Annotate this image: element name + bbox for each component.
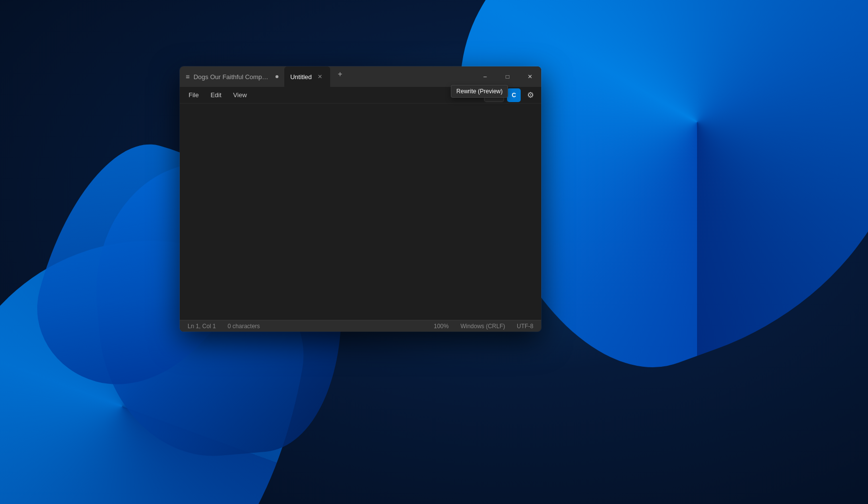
tab-dogs[interactable]: ≡ Dogs Our Faithful Companions <box>180 66 284 87</box>
menu-bar: File Edit View ✦ ˅ C ⚙ Rewrite (Preview) <box>180 87 541 104</box>
zoom-level[interactable]: 100% <box>434 323 449 330</box>
tabs-area: ≡ Dogs Our Faithful Companions Untitled … <box>180 66 474 87</box>
plus-icon: + <box>338 70 342 79</box>
menu-edit[interactable]: Edit <box>206 89 226 101</box>
tab-unsaved-dot <box>275 75 278 78</box>
minimize-icon: – <box>484 73 487 80</box>
editor-area[interactable] <box>180 104 541 320</box>
title-bar: ≡ Dogs Our Faithful Companions Untitled … <box>180 66 541 87</box>
close-icon: ✕ <box>528 73 532 80</box>
status-bar: Ln 1, Col 1 0 characters 100% Windows (C… <box>180 320 541 332</box>
menu-view[interactable]: View <box>228 89 252 101</box>
maximize-button[interactable]: □ <box>496 66 519 87</box>
tab-untitled-label: Untitled <box>290 73 312 81</box>
minimize-button[interactable]: – <box>474 66 496 87</box>
copilot-icon: C <box>512 92 516 99</box>
new-tab-button[interactable]: + <box>332 66 348 82</box>
maximize-icon: □ <box>506 73 509 80</box>
close-button[interactable]: ✕ <box>519 66 541 87</box>
settings-button[interactable]: ⚙ <box>524 88 537 102</box>
window-controls: – □ ✕ <box>474 66 541 87</box>
tab-close-button[interactable]: ✕ <box>316 72 324 81</box>
status-right: 100% Windows (CRLF) UTF-8 <box>434 323 533 330</box>
tooltip-text: Rewrite (Preview) <box>456 88 503 95</box>
menu-file[interactable]: File <box>184 89 204 101</box>
rewrite-tooltip: Rewrite (Preview) <box>451 85 508 98</box>
encoding[interactable]: UTF-8 <box>517 323 533 330</box>
notepad-window: ≡ Dogs Our Faithful Companions Untitled … <box>180 66 541 332</box>
tab-untitled[interactable]: Untitled ✕ <box>284 66 330 87</box>
settings-gear-icon: ⚙ <box>527 90 534 100</box>
cursor-position: Ln 1, Col 1 <box>188 323 216 330</box>
line-ending[interactable]: Windows (CRLF) <box>461 323 505 330</box>
character-count: 0 characters <box>228 323 260 330</box>
copilot-button[interactable]: C <box>507 88 521 102</box>
tab-dogs-label: Dogs Our Faithful Companions <box>193 73 272 81</box>
tab-file-icon: ≡ <box>186 73 190 81</box>
